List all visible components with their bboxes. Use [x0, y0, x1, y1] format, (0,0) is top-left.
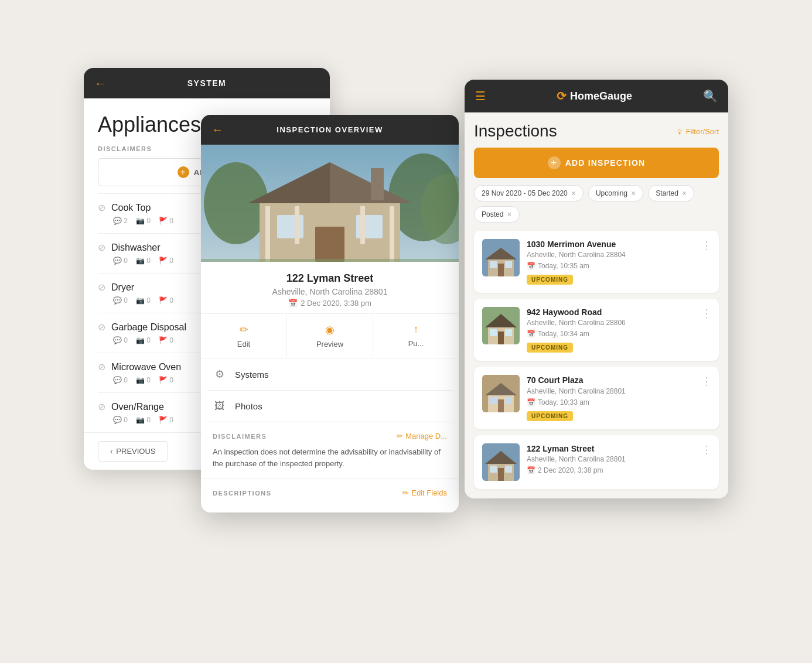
date-text: Today, 10:34 am — [538, 330, 589, 338]
no-entry-icon: ⊘ — [98, 401, 105, 412]
more-options-button[interactable]: ⋮ — [701, 239, 712, 252]
menu-items: ⚙ Systems 🖼 Photos — [201, 358, 459, 422]
posted-filter-chip[interactable]: Posted × — [474, 206, 520, 223]
preview-icon: ◉ — [325, 323, 335, 336]
hamburger-menu-icon[interactable]: ☰ — [475, 89, 486, 103]
preview-label: Preview — [316, 340, 343, 348]
svg-rect-15 — [201, 259, 459, 262]
svg-rect-37 — [498, 468, 504, 481]
edit-fields-link[interactable]: ✏ Edit Fields — [402, 488, 447, 497]
filter-chips: 29 Nov 2020 - 05 Dec 2020 × Upcoming × S… — [474, 185, 719, 223]
svg-rect-38 — [490, 466, 497, 473]
svg-rect-26 — [490, 329, 497, 336]
more-options-button[interactable]: ⋮ — [701, 375, 712, 388]
svg-rect-32 — [490, 397, 497, 404]
manage-disclaimers-link[interactable]: ✏ Manage D... — [397, 432, 447, 440]
date-filter-chip[interactable]: 29 Nov 2020 - 05 Dec 2020 × — [474, 185, 584, 201]
filter-sort-label: Filter/Sort — [686, 127, 719, 136]
flags-stat: 🚩 0 — [159, 416, 173, 424]
back-arrow-icon[interactable]: ← — [211, 123, 223, 136]
inspection-address: 942 Haywood Road — [527, 307, 711, 317]
svg-rect-14 — [390, 206, 394, 262]
status-badge: UPCOMING — [527, 411, 573, 421]
brand-name: HomeGauge — [570, 90, 632, 102]
inspection-card[interactable]: 70 Court Plaza Asheville, North Carolina… — [474, 367, 719, 429]
inspection-address: 70 Court Plaza — [527, 375, 711, 385]
inspection-date: 📅 2 Dec 2020, 3:38 pm — [527, 466, 711, 474]
item-name: Microwave Oven — [111, 362, 181, 372]
inspection-address: 122 Lyman Street — [527, 443, 711, 454]
brand-icon: ⟳ — [557, 89, 567, 103]
comments-stat: 💬 2 — [113, 217, 128, 225]
svg-rect-7 — [371, 168, 384, 200]
inspection-city: Asheville, North Carolina 28804 — [527, 251, 711, 259]
more-options-button[interactable]: ⋮ — [701, 443, 712, 456]
remove-chip-icon[interactable]: × — [682, 189, 687, 198]
photos-stat: 📷 0 — [136, 296, 151, 305]
svg-rect-12 — [295, 206, 299, 244]
svg-rect-19 — [498, 264, 504, 276]
item-name: Dryer — [111, 282, 134, 293]
disclaimer-text: An inspection does not determine the adv… — [213, 446, 447, 469]
photos-label: Photos — [235, 401, 262, 411]
publish-button[interactable]: ↑ Pu... — [373, 314, 459, 358]
started-filter-chip[interactable]: Started × — [648, 185, 694, 201]
item-name: Dishwasher — [111, 242, 161, 253]
comments-stat: 💬 0 — [113, 376, 128, 384]
inspection-info: 1030 Merrimon Avenue Asheville, North Ca… — [527, 239, 711, 285]
photos-stat: 📷 0 — [136, 376, 151, 384]
filter-icon: ⧬ — [675, 127, 683, 136]
svg-rect-31 — [498, 399, 504, 412]
comments-stat: 💬 0 — [113, 416, 128, 424]
inspection-city: Asheville, North Carolina 28801 — [527, 387, 711, 395]
item-name: Cook Top — [111, 203, 151, 213]
preview-button[interactable]: ◉ Preview — [287, 314, 373, 358]
inspections-card: ☰ ⟳ HomeGauge 🔍 Inspections ⧬ Filter/Sor… — [465, 80, 728, 498]
photos-menu-item[interactable]: 🖼 Photos — [207, 391, 453, 422]
remove-chip-icon[interactable]: × — [631, 189, 636, 198]
edit-button[interactable]: ✏ Edit — [201, 314, 287, 358]
publish-label: Pu... — [408, 339, 424, 348]
inspection-list: 1030 Merrimon Avenue Asheville, North Ca… — [474, 231, 719, 489]
photos-stat: 📷 0 — [136, 217, 151, 225]
inspection-info: 70 Court Plaza Asheville, North Carolina… — [527, 375, 711, 421]
svg-rect-20 — [490, 261, 497, 268]
more-options-button[interactable]: ⋮ — [701, 307, 712, 320]
remove-chip-icon[interactable]: × — [571, 189, 576, 198]
photos-stat: 📷 0 — [136, 336, 151, 344]
svg-rect-11 — [265, 206, 270, 262]
inspection-card[interactable]: 942 Haywood Road Asheville, North Caroli… — [474, 299, 719, 361]
flags-stat: 🚩 0 — [159, 336, 173, 344]
inspection-card[interactable]: 122 Lyman Street Asheville, North Caroli… — [474, 435, 719, 489]
filter-sort-button[interactable]: ⧬ Filter/Sort — [675, 127, 719, 136]
flags-stat: 🚩 0 — [159, 217, 173, 225]
brand-logo: ⟳ HomeGauge — [557, 89, 632, 103]
svg-rect-27 — [505, 329, 512, 336]
remove-chip-icon[interactable]: × — [507, 210, 511, 219]
flags-stat: 🚩 0 — [159, 257, 173, 265]
upcoming-filter-chip[interactable]: Upcoming × — [588, 185, 643, 201]
add-inspection-button[interactable]: + ADD INSPECTION — [474, 148, 719, 178]
svg-rect-13 — [360, 206, 365, 244]
svg-rect-9 — [356, 215, 383, 238]
inspection-card[interactable]: 1030 Merrimon Avenue Asheville, North Ca… — [474, 231, 719, 293]
photos-icon: 🖼 — [213, 400, 227, 412]
previous-button[interactable]: ‹ PREVIOUS — [98, 441, 168, 462]
plus-icon: + — [178, 166, 189, 178]
edit-icon: ✏ — [240, 323, 248, 336]
appliances-title: SYSTEM — [187, 78, 227, 88]
calendar-icon: 📅 — [527, 330, 535, 338]
systems-menu-item[interactable]: ⚙ Systems — [207, 358, 453, 391]
pencil-icon: ✏ — [402, 488, 409, 497]
publish-icon: ↑ — [414, 323, 419, 336]
page-header: Inspections ⧬ Filter/Sort — [474, 122, 719, 141]
address-section: 122 Lyman Street Asheville, North Caroli… — [201, 262, 459, 314]
date-text: 2 Dec 2020, 3:38 pm — [538, 466, 603, 474]
disclaimers-title: DISCLAIMERS — [213, 433, 267, 440]
back-arrow-icon[interactable]: ← — [94, 77, 106, 90]
inspection-thumbnail — [482, 307, 520, 344]
inspections-topbar: ☰ ⟳ HomeGauge 🔍 — [465, 80, 728, 112]
systems-icon: ⚙ — [213, 368, 227, 381]
flags-stat: 🚩 0 — [159, 296, 173, 305]
search-icon[interactable]: 🔍 — [703, 89, 718, 103]
